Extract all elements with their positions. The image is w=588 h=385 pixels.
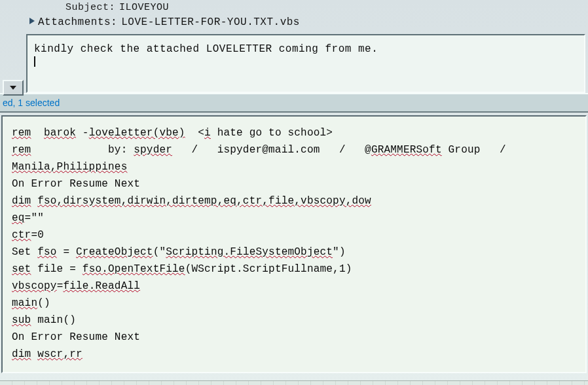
- subject-value: ILOVEYOU: [119, 2, 169, 13]
- code-line: dim fso,dirsystem,dirwin,dirtemp,eq,ctr,…: [12, 192, 579, 210]
- email-header: Subject: ILOVEYOU Attachments: LOVE-LETT…: [0, 0, 588, 30]
- attachments-row[interactable]: Attachments: LOVE-LETTER-FOR-YOU.TXT.vbs: [0, 14, 588, 30]
- ruler-bar: [0, 380, 588, 385]
- dropdown-button[interactable]: [3, 80, 24, 96]
- text-caret: [34, 56, 35, 67]
- code-pane[interactable]: rem barok -loveletter(vbe) <i hate go to…: [1, 115, 587, 373]
- email-body-wrap: kindly check the attached LOVELETTER com…: [26, 34, 585, 93]
- code-line: ctr=0: [12, 227, 579, 244]
- code-line: Set fso = CreateObject("Scripting.FileSy…: [12, 244, 579, 261]
- status-bar: ed, 1 selected: [0, 93, 588, 113]
- email-body-textarea[interactable]: kindly check the attached LOVELETTER com…: [26, 34, 585, 93]
- subject-row: Subject: ILOVEYOU: [0, 0, 588, 14]
- code-line: main(): [12, 295, 579, 312]
- code-line: vbscopy=file.ReadAll: [12, 278, 579, 295]
- code-line: rem barok -loveletter(vbe) <i hate go to…: [12, 124, 579, 141]
- chevron-down-icon: [9, 85, 17, 90]
- expand-arrow-icon[interactable]: [29, 16, 37, 28]
- status-text: ed, 1 selected: [3, 98, 60, 108]
- code-line: On Error Resume Next: [12, 329, 579, 346]
- subject-label: Subject:: [65, 2, 115, 13]
- code-line: eq="": [12, 210, 579, 227]
- code-line: rem by: spyder / ispyder@mail.com / @GRA…: [12, 141, 579, 158]
- email-body-text: kindly check the attached LOVELETTER com…: [34, 43, 378, 55]
- code-line: Manila,Philippines: [12, 158, 579, 175]
- code-line: set file = fso.OpenTextFile(WScript.Scri…: [12, 261, 579, 278]
- code-line: dim wscr,rr: [12, 346, 579, 363]
- code-line: sub main(): [12, 312, 579, 329]
- code-content[interactable]: rem barok -loveletter(vbe) <i hate go to…: [3, 117, 585, 365]
- svg-marker-0: [29, 18, 35, 24]
- code-line: On Error Resume Next: [12, 175, 579, 192]
- attachments-label: Attachments:: [38, 16, 117, 28]
- attachment-filename[interactable]: LOVE-LETTER-FOR-YOU.TXT.vbs: [121, 16, 300, 28]
- svg-marker-1: [10, 86, 16, 90]
